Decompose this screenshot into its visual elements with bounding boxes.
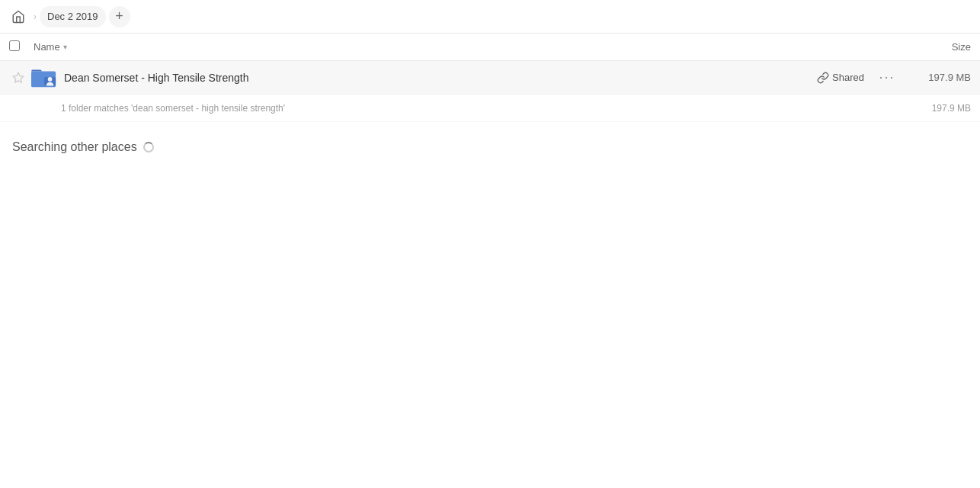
match-text: 1 folder matches 'dean somerset - high t… <box>61 103 910 114</box>
size-column-header: Size <box>910 41 971 53</box>
breadcrumb-bar: › Dec 2 2019 + <box>0 0 980 34</box>
folder-row[interactable]: Dean Somerset - High Tensile Strength Sh… <box>0 61 980 95</box>
match-info-row: 1 folder matches 'dean somerset - high t… <box>0 95 980 122</box>
searching-other-places-section: Searching other places <box>0 122 980 160</box>
home-button[interactable] <box>6 5 30 29</box>
searching-title: Searching other places <box>12 140 968 154</box>
svg-marker-0 <box>13 72 23 82</box>
folder-size: 197.9 MB <box>910 72 971 83</box>
name-column-header[interactable]: Name ▾ <box>34 41 910 53</box>
breadcrumb-current-tab[interactable]: Dec 2 2019 <box>40 6 106 27</box>
match-size: 197.9 MB <box>910 103 971 114</box>
add-tab-button[interactable]: + <box>109 6 130 27</box>
sort-arrow-icon: ▾ <box>63 43 67 51</box>
folder-icon <box>30 64 58 92</box>
shared-badge[interactable]: Shared <box>817 72 864 84</box>
breadcrumb-separator: › <box>34 11 37 22</box>
star-button[interactable] <box>9 69 27 87</box>
svg-point-3 <box>48 77 53 82</box>
searching-spinner <box>143 142 154 152</box>
more-options-button[interactable]: ··· <box>876 67 898 88</box>
column-header-row: Name ▾ Size <box>0 34 980 61</box>
select-all-checkbox[interactable] <box>9 40 27 53</box>
folder-name: Dean Somerset - High Tensile Strength <box>64 72 817 84</box>
